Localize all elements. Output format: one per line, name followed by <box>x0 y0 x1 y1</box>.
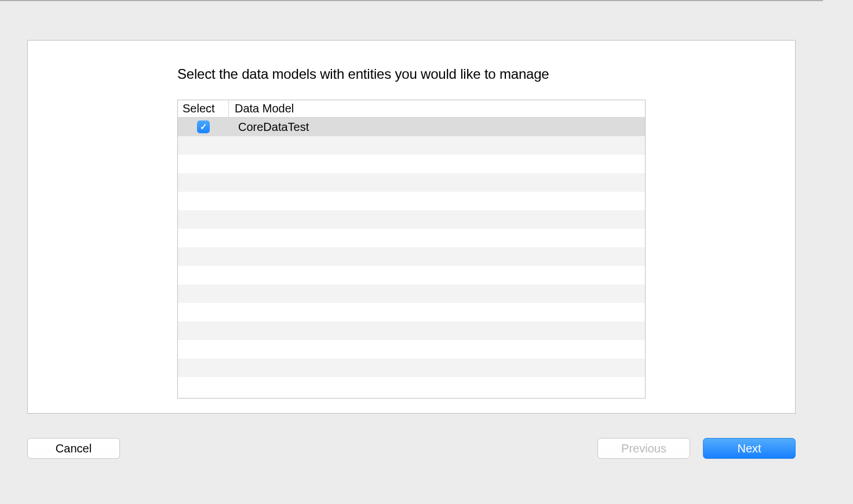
instruction-text: Select the data models with entities you… <box>177 66 646 82</box>
data-model-table: Select Data Model ✓ CoreDataTest <box>177 100 646 399</box>
table-header: Select Data Model <box>178 100 645 118</box>
table-row-empty <box>178 322 645 340</box>
dialog-window: Select the data models with entities you… <box>0 0 823 481</box>
table-row-empty <box>178 229 645 247</box>
table-row-empty <box>178 173 645 192</box>
column-header-select[interactable]: Select <box>178 100 229 117</box>
column-header-data-model[interactable]: Data Model <box>229 100 645 117</box>
cancel-button[interactable]: Cancel <box>27 438 120 459</box>
table-row-empty <box>178 284 645 303</box>
cell-data-model-name: CoreDataTest <box>229 120 645 134</box>
cell-select: ✓ <box>178 120 229 133</box>
table-body: ✓ CoreDataTest <box>178 118 645 399</box>
table-row-empty <box>178 266 645 284</box>
table-row-empty <box>178 192 645 210</box>
checkmark-icon: ✓ <box>200 122 207 132</box>
table-row-empty <box>178 340 645 359</box>
checkbox-data-model[interactable]: ✓ <box>197 120 210 133</box>
table-row-empty <box>178 377 645 396</box>
table-row-empty <box>178 359 645 377</box>
table-row-empty <box>178 247 645 266</box>
table-row-empty <box>178 303 645 322</box>
table-row[interactable]: ✓ CoreDataTest <box>178 118 645 136</box>
previous-button: Previous <box>597 438 690 459</box>
table-row-empty <box>178 155 645 173</box>
button-row: Cancel Previous Next <box>27 438 796 459</box>
content-panel: Select the data models with entities you… <box>27 40 796 414</box>
next-button[interactable]: Next <box>703 438 796 459</box>
panel-inner: Select the data models with entities you… <box>28 41 795 399</box>
table-row-empty <box>178 136 645 155</box>
table-row-empty <box>178 210 645 229</box>
